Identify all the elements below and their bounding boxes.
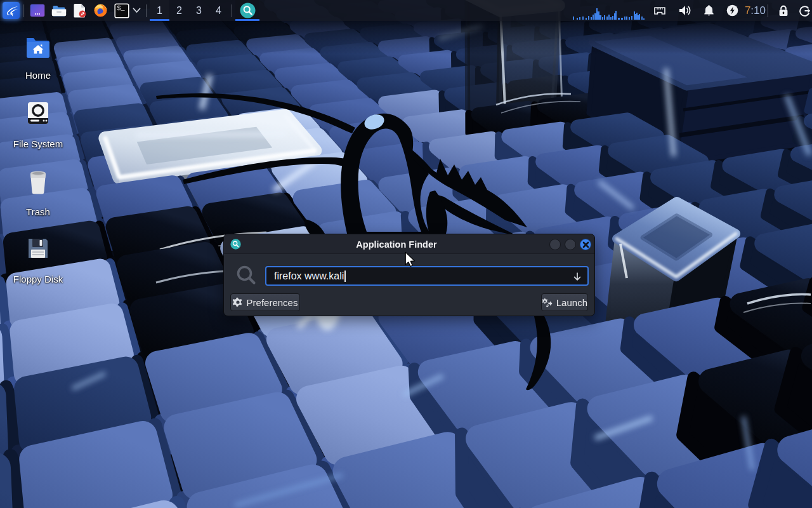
svg-text:$_: $_ bbox=[117, 5, 126, 12]
